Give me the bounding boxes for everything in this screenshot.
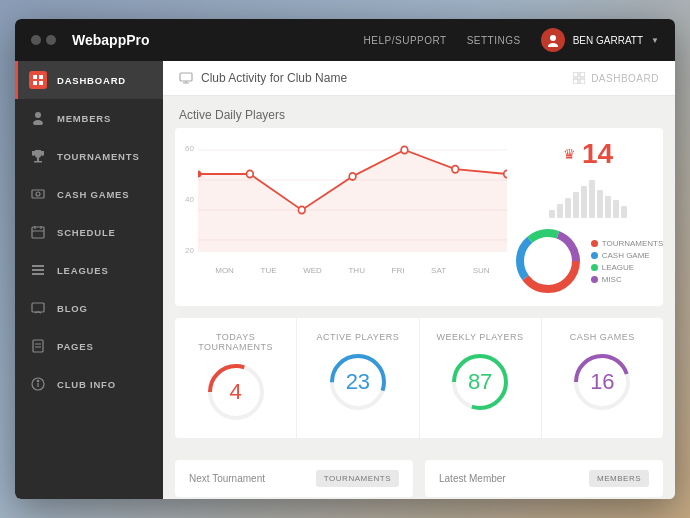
donut-area: TOURNAMENTS CASH GAME LEAGUE xyxy=(513,226,664,296)
chart-section-title: Active Daily Players xyxy=(163,96,675,128)
svg-rect-19 xyxy=(32,303,44,312)
svg-point-1 xyxy=(548,43,558,47)
x-label-mon: MON xyxy=(215,266,234,275)
x-axis-labels: MON TUE WED THU FRI SAT SUN xyxy=(198,266,507,275)
sidebar-clubinfo-label: CLUB INFO xyxy=(57,379,116,390)
sidebar-item-clubinfo[interactable]: CLUB INFO xyxy=(15,365,163,403)
legend-cashgame: CASH GAME xyxy=(591,251,664,260)
stat-card-cash-games: Cash Games 16 xyxy=(542,318,663,438)
user-name: BEN GARRATT xyxy=(573,35,643,46)
sidebar-dashboard-label: DASHBOARD xyxy=(57,75,126,86)
legend-misc: MISC xyxy=(591,275,664,284)
settings-link[interactable]: SETTINGS xyxy=(467,35,521,46)
donut-legend: TOURNAMENTS CASH GAME LEAGUE xyxy=(591,239,664,284)
svg-rect-31 xyxy=(573,79,578,84)
bar-2 xyxy=(557,204,563,218)
sidebar-item-members[interactable]: MEMBERS xyxy=(15,99,163,137)
svg-rect-16 xyxy=(32,265,44,267)
sidebar-cashgames-label: CASH GAMES xyxy=(57,189,129,200)
breadcrumb-icon xyxy=(573,72,585,84)
minimize-control[interactable] xyxy=(46,35,56,45)
breadcrumb-text: DASHBOARD xyxy=(591,73,659,84)
bar-1 xyxy=(549,210,555,218)
app-body: DASHBOARD MEMBERS TOURN xyxy=(15,61,675,499)
line-chart: 60 40 20 xyxy=(185,138,507,296)
sidebar-leagues-label: LEAGUES xyxy=(57,265,109,276)
sidebar-members-label: MEMBERS xyxy=(57,113,111,124)
sidebar-tournaments-label: TOURNAMENTS xyxy=(57,151,140,162)
svg-point-40 xyxy=(298,206,305,213)
svg-rect-32 xyxy=(580,79,585,84)
y-axis-labels: 60 40 20 xyxy=(185,138,194,275)
progress-todays-tournaments: 4 xyxy=(204,360,268,424)
help-support-link[interactable]: HELP/SUPPORT xyxy=(364,35,447,46)
members-icon xyxy=(29,109,47,127)
sidebar-schedule-label: SCHEDULE xyxy=(57,227,116,238)
bar-5 xyxy=(581,186,587,218)
legend-label-tournaments: TOURNAMENTS xyxy=(602,239,664,248)
sidebar-item-tournaments[interactable]: TOURNAMENTS xyxy=(15,137,163,175)
crown-stat-value: 14 xyxy=(582,138,613,170)
sidebar-item-schedule[interactable]: SCHEDULE xyxy=(15,213,163,251)
stat-title-1: Active Players xyxy=(307,332,408,342)
progress-cash-games: 16 xyxy=(570,350,634,414)
svg-marker-37 xyxy=(198,150,507,252)
close-control[interactable] xyxy=(31,35,41,45)
stat-title-3: Cash Games xyxy=(552,332,653,342)
user-menu[interactable]: BEN GARRATT ▼ xyxy=(541,28,659,52)
legend-dot-misc xyxy=(591,276,598,283)
bottom-card-latest-member: Latest Member MEMBERS xyxy=(425,460,663,497)
leagues-icon xyxy=(29,261,47,279)
svg-rect-9 xyxy=(34,161,42,163)
bar-9 xyxy=(613,200,619,218)
stats-row: Todays Tournaments 4 Active Players xyxy=(175,318,663,438)
app-window: WebappPro HELP/SUPPORT SETTINGS BEN GARR… xyxy=(15,19,675,499)
chart-right-stats: ♛ 14 xyxy=(523,138,653,296)
cashgames-icon xyxy=(29,185,47,203)
monitor-icon xyxy=(179,71,193,85)
svg-rect-3 xyxy=(39,75,43,79)
svg-rect-29 xyxy=(573,72,578,77)
svg-point-42 xyxy=(401,146,408,153)
dashboard-icon xyxy=(29,71,47,89)
svg-point-44 xyxy=(504,170,507,177)
svg-rect-10 xyxy=(32,190,44,198)
x-label-tue: TUE xyxy=(261,266,277,275)
stat-card-active-players: Active Players 23 xyxy=(297,318,419,438)
sidebar-pages-label: PAGES xyxy=(57,341,94,352)
mini-bar-chart xyxy=(549,178,627,218)
progress-active-players: 23 xyxy=(326,350,390,414)
svg-rect-17 xyxy=(32,269,44,271)
chart-svg-area: MON TUE WED THU FRI SAT SUN xyxy=(198,138,507,275)
x-label-thu: THU xyxy=(348,266,364,275)
x-label-sun: SUN xyxy=(473,266,490,275)
y-label-20: 20 xyxy=(185,246,194,255)
tournaments-icon xyxy=(29,147,47,165)
breadcrumb: DASHBOARD xyxy=(573,72,659,84)
brand-logo: WebappPro xyxy=(72,32,150,48)
legend-dot-league xyxy=(591,264,598,271)
avatar xyxy=(541,28,565,52)
legend-tournaments: TOURNAMENTS xyxy=(591,239,664,248)
content-header: Club Activity for Club Name DASHBOARD xyxy=(163,61,675,96)
stat-value-3: 16 xyxy=(590,369,614,395)
legend-dot-tournaments xyxy=(591,240,598,247)
sidebar-item-blog[interactable]: BLOG xyxy=(15,289,163,327)
members-button[interactable]: MEMBERS xyxy=(589,470,649,487)
legend-label-league: LEAGUE xyxy=(602,263,634,272)
progress-weekly-players: 87 xyxy=(448,350,512,414)
stat-card-weekly-players: Weekly Players 87 xyxy=(420,318,542,438)
clubinfo-icon xyxy=(29,375,47,393)
svg-point-0 xyxy=(550,35,556,41)
bottom-card-next-tournament: Next Tournament TOURNAMENTS xyxy=(175,460,413,497)
svg-rect-20 xyxy=(33,340,43,352)
sidebar-item-pages[interactable]: PAGES xyxy=(15,327,163,365)
sidebar-item-dashboard[interactable]: DASHBOARD xyxy=(15,61,163,99)
bar-6 xyxy=(589,180,595,218)
blog-icon xyxy=(29,299,47,317)
svg-point-6 xyxy=(35,112,41,118)
sidebar-item-cashgames[interactable]: CASH GAMES xyxy=(15,175,163,213)
svg-rect-4 xyxy=(33,81,37,85)
tournaments-button[interactable]: TOURNAMENTS xyxy=(316,470,399,487)
sidebar-item-leagues[interactable]: LEAGUES xyxy=(15,251,163,289)
